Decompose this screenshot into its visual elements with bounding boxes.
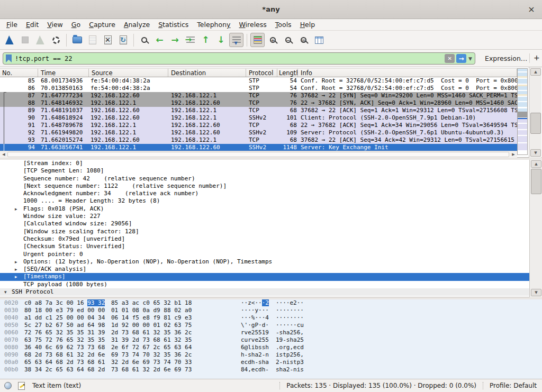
packet-row-91[interactable]: 9171.648789678192.168.122.1192.168.122.6… xyxy=(0,122,517,129)
detail-line[interactable]: ▸Options: (12 bytes), No-Operation (NOP)… xyxy=(0,258,530,266)
hex-g1[interactable]: a1 dd c1 25 00 00 04 34 xyxy=(24,314,105,322)
detail-line[interactable]: Checksum: 0x79ed [unverified] xyxy=(0,235,530,243)
column-header-length[interactable]: Length xyxy=(277,69,298,77)
collapsed-arrow-icon[interactable]: ▸ xyxy=(15,266,17,273)
packet-row-89[interactable]: 8971.648191037192.168.122.60192.168.122.… xyxy=(0,107,517,114)
detail-line[interactable]: [Calculated window size: 29056] xyxy=(0,220,530,227)
highlighted-bytes[interactable]: ·2 xyxy=(262,299,269,306)
hex-a2[interactable]: sha2-nis xyxy=(276,366,304,373)
hex-g1[interactable]: 68 2d 73 68 61 32 2d 6e xyxy=(24,351,105,359)
hex-g2[interactable]: 06 14 f5 e8 f9 81 c9 e3 xyxy=(111,314,192,322)
hex-a2[interactable]: istp256, xyxy=(276,351,304,359)
detail-line[interactable]: ▸[SEQ/ACK analysis] xyxy=(0,266,530,273)
hex-a1[interactable]: \'·gP·d· xyxy=(241,322,269,329)
packet-list-minimap-scrollbar[interactable] xyxy=(517,68,528,155)
close-window-button[interactable]: × xyxy=(526,4,537,15)
menu-item-statistics[interactable]: Statistics xyxy=(154,20,193,30)
hex-row-0060[interactable]: 006072 76 65 32 35 35 31 392d 73 68 61 3… xyxy=(0,329,542,336)
detail-line[interactable]: ▾SSH Protocol xyxy=(0,288,530,296)
hex-a1[interactable]: ···%···4 xyxy=(241,314,269,322)
hex-a1[interactable]: h-sha2-n xyxy=(241,351,269,359)
column-header-destination[interactable]: Destination xyxy=(168,69,246,77)
scroll-up-arrow[interactable]: ▲ xyxy=(530,68,541,76)
hex-g1[interactable]: 36 40 6c 69 62 73 73 68 xyxy=(24,344,105,351)
scroll-left-arrow[interactable]: ◀ xyxy=(1,152,7,158)
details-scrollbar-thumb[interactable] xyxy=(531,169,541,194)
hex-a2[interactable]: 19-sha25 xyxy=(276,336,304,344)
hex-row-00a0[interactable]: 00a065 63 64 68 2d 73 68 6132 2d 6e 69 7… xyxy=(0,359,542,366)
packet-row-92[interactable]: 9271.661949820192.168.122.1192.168.122.6… xyxy=(0,129,517,136)
hex-row-0050[interactable]: 00505c 27 b2 67 50 ad 64 981d 92 00 00 0… xyxy=(0,322,542,329)
menu-item-wireless[interactable]: Wireless xyxy=(235,20,271,30)
hex-row-0070[interactable]: 007063 75 72 76 65 32 35 3531 39 2d 73 6… xyxy=(0,336,542,344)
go-first-packet-button[interactable]: ↑ xyxy=(198,33,213,47)
hex-a2[interactable]: -sha256, xyxy=(276,329,304,336)
capture-comment-icon[interactable] xyxy=(18,382,25,390)
collapsed-arrow-icon[interactable]: ▸ xyxy=(15,205,17,213)
hex-a2[interactable]: ····e2·· xyxy=(276,299,304,307)
hex-g2[interactable]: 32 2d 6e 69 73 74 70 33 xyxy=(111,359,192,366)
open-capture-file-button[interactable] xyxy=(70,33,84,47)
menu-item-telephony[interactable]: Telephony xyxy=(193,20,234,30)
menu-item-view[interactable]: View xyxy=(43,20,67,30)
filter-clear-button[interactable]: ✕ xyxy=(445,54,455,63)
hex-g1[interactable]: 63 75 72 76 65 32 35 35 xyxy=(24,336,105,344)
filter-apply-button[interactable]: → xyxy=(456,54,466,63)
hscrollbar-thumb[interactable] xyxy=(7,152,509,157)
hex-g2[interactable]: 1d 92 00 00 01 02 63 75 xyxy=(111,322,192,329)
hex-a2[interactable]: .org,ecd xyxy=(276,344,304,351)
resize-columns-button[interactable] xyxy=(312,33,326,47)
packet-list-horizontal-scrollbar[interactable]: ◀ ▶ xyxy=(0,151,517,158)
hex-g1[interactable]: c0 a8 7a 3c 00 16 93 32 xyxy=(24,299,105,307)
detail-line[interactable]: [Next sequence number: 1122 (relative se… xyxy=(0,183,530,190)
detail-line[interactable]: ▸[Timestamps] xyxy=(0,273,530,280)
hex-row-0030[interactable]: 003080 18 00 e3 79 ed 00 0001 01 08 0a d… xyxy=(0,307,542,314)
hex-g2[interactable]: 31 39 2d 73 68 61 32 35 xyxy=(111,336,192,344)
hex-g1[interactable]: 80 18 00 e3 79 ed 00 00 xyxy=(24,307,105,314)
detail-line[interactable]: [Checksum Status: Unverified] xyxy=(0,243,530,250)
menu-item-capture[interactable]: Capture xyxy=(85,20,120,30)
hex-row-00b0[interactable]: 00b038 34 2c 65 63 64 68 2d73 68 61 32 2… xyxy=(0,366,542,373)
expert-info-icon[interactable] xyxy=(4,382,12,389)
scroll-right-arrow[interactable]: ▶ xyxy=(510,152,517,158)
filter-dropdown-caret[interactable]: ▼ xyxy=(468,56,472,61)
menu-item-tools[interactable]: Tools xyxy=(271,20,296,30)
hex-row-0090[interactable]: 009068 2d 73 68 61 32 2d 6e69 73 74 70 3… xyxy=(0,351,542,359)
detail-line[interactable]: Window size value: 227 xyxy=(0,213,530,220)
collapsed-arrow-icon[interactable]: ▸ xyxy=(15,258,17,266)
hex-g2[interactable]: 2e 6f 72 67 2c 65 63 64 xyxy=(111,344,192,351)
column-header-info[interactable]: Info xyxy=(298,69,517,77)
filter-text[interactable]: !tcp.port == 22 xyxy=(15,55,445,62)
find-packet-button[interactable] xyxy=(137,33,151,47)
reload-capture-file-button[interactable]: ↻ xyxy=(116,33,130,47)
hex-g1[interactable]: 38 34 2c 65 63 64 68 2d xyxy=(24,366,105,373)
hex-a1[interactable]: ····y··· xyxy=(241,307,269,314)
details-vertical-scrollbar[interactable]: ▲ ▼ xyxy=(529,160,542,297)
collapsed-arrow-icon[interactable]: ▸ xyxy=(15,273,17,280)
hex-g2[interactable]: 2d 73 68 61 32 35 36 2c xyxy=(111,329,192,336)
packet-row-90[interactable]: 9071.648618924192.168.122.60192.168.122.… xyxy=(0,114,517,122)
hex-row-0080[interactable]: 008036 40 6c 69 62 73 73 682e 6f 72 67 2… xyxy=(0,344,542,351)
go-to-packet-button[interactable] xyxy=(183,33,197,47)
hex-g1[interactable]: 5c 27 b2 67 50 ad 64 98 xyxy=(24,322,105,329)
hex-a2[interactable]: ········ xyxy=(276,307,304,314)
menu-item-edit[interactable]: Edit xyxy=(22,20,43,30)
detail-line[interactable]: [Stream index: 0] xyxy=(0,160,530,167)
detail-line[interactable]: TCP payload (1080 bytes) xyxy=(0,281,530,288)
expanded-arrow-icon[interactable]: ▾ xyxy=(4,288,7,296)
go-last-packet-button[interactable]: ↓ xyxy=(214,33,228,47)
go-previous-packet-button[interactable]: ← xyxy=(152,33,167,47)
hex-row-0020[interactable]: 0020c0 a8 7a 3c 00 16 93 3285 a3 ac c0 6… xyxy=(0,299,542,307)
add-filter-button[interactable]: + xyxy=(534,53,540,62)
hex-a1[interactable]: 6@libssh xyxy=(241,344,269,351)
hex-a1[interactable]: rve25519 xyxy=(241,329,269,336)
menu-item-analyze[interactable]: Analyze xyxy=(120,20,154,30)
packet-row-86[interactable]: 8670.013850163fe:54:00:d4:38:2aSTP54Conf… xyxy=(0,85,517,92)
highlighted-bytes[interactable]: 93 32 xyxy=(87,299,105,306)
hex-g2[interactable]: 01 01 08 0a d9 88 02 a0 xyxy=(111,307,192,314)
packet-row-85[interactable]: 8568.001734936fe:54:00:d4:38:2aSTP54Conf… xyxy=(0,77,517,85)
hex-a2[interactable]: ········ xyxy=(276,314,304,322)
column-header-source[interactable]: Source xyxy=(89,69,168,77)
capture-options-button[interactable] xyxy=(49,33,63,47)
zoom-in-button[interactable]: + xyxy=(266,33,280,47)
